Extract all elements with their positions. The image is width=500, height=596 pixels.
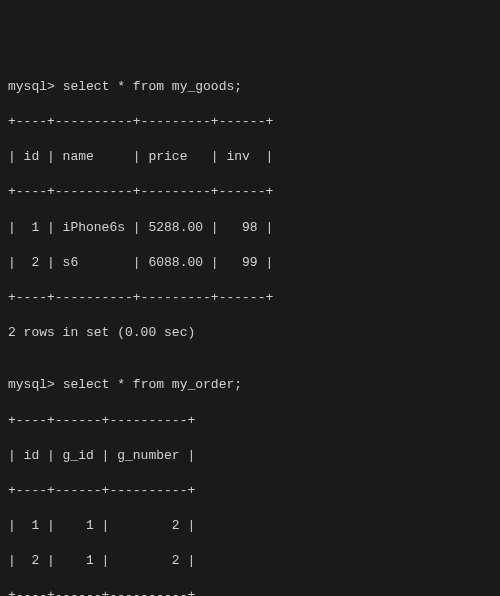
table-row: | 2 | s6 | 6088.00 | 99 | [8, 254, 492, 272]
terminal-line: mysql> select * from my_order; [8, 376, 492, 394]
table-header: | id | g_id | g_number | [8, 447, 492, 465]
table-header: | id | name | price | inv | [8, 148, 492, 166]
sql-query: select * from my_goods; [63, 79, 242, 94]
result-footer: 2 rows in set (0.00 sec) [8, 324, 492, 342]
table-row: | 2 | 1 | 2 | [8, 552, 492, 570]
table-border: +----+------+----------+ [8, 412, 492, 430]
table-border: +----+------+----------+ [8, 482, 492, 500]
table-border: +----+------+----------+ [8, 587, 492, 596]
table-border: +----+----------+---------+------+ [8, 289, 492, 307]
terminal-line: mysql> select * from my_goods; [8, 78, 492, 96]
table-border: +----+----------+---------+------+ [8, 113, 492, 131]
mysql-prompt: mysql> [8, 79, 55, 94]
table-row: | 1 | iPhone6s | 5288.00 | 98 | [8, 219, 492, 237]
table-row: | 1 | 1 | 2 | [8, 517, 492, 535]
mysql-prompt: mysql> [8, 377, 55, 392]
sql-query: select * from my_order; [63, 377, 242, 392]
table-border: +----+----------+---------+------+ [8, 183, 492, 201]
